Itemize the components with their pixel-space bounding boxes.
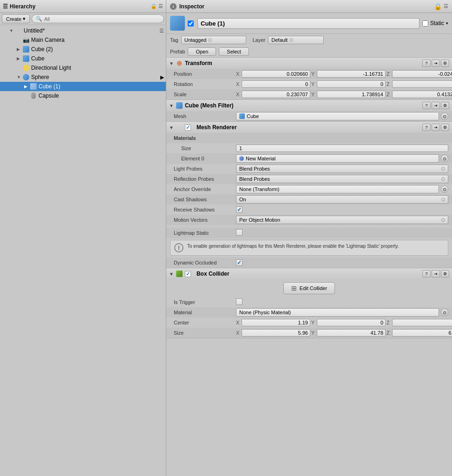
motion-vectors-select[interactable]: Per Object Motion ⬡ [236, 216, 448, 224]
edit-collider-button[interactable]: ⊞ Edit Collider [283, 282, 335, 294]
hierarchy-item-cube[interactable]: ▶ Cube [0, 54, 166, 63]
lock-icon[interactable]: 🔒 [434, 3, 442, 10]
mesh-filter-header[interactable]: ▼ Cube (Mesh Filter) ? ⇥ ⚙ [166, 100, 452, 111]
light-probes-select[interactable]: Blend Probes ⬡ [236, 165, 448, 173]
coll-size-z-input[interactable] [392, 329, 452, 337]
collider-material-obj-field[interactable]: None (Physic Material) [236, 308, 439, 317]
cast-shadows-select[interactable]: On ⬡ [236, 195, 448, 204]
element0-label: Element 0 [174, 156, 234, 161]
search-icon: 🔍 [36, 16, 42, 22]
mesh-renderer-enabled-checkbox[interactable] [185, 125, 191, 131]
mesh-value-field: Cube [236, 112, 439, 120]
hierarchy-item-capsule[interactable]: Capsule [0, 91, 166, 100]
mesh-renderer-header[interactable]: ▼ Mesh Renderer ? ⇥ ⚙ [166, 122, 452, 133]
motion-vectors-row: Motion Vectors Per Object Motion ⬡ [166, 215, 452, 225]
hierarchy-item-main-camera[interactable]: 📷 Main Camera [0, 35, 166, 45]
scale-z-input[interactable] [392, 91, 452, 98]
element0-select-btn[interactable]: ⊙ [441, 155, 448, 162]
cube1-arrow: ▶ [24, 84, 30, 89]
pos-x-input[interactable] [242, 70, 310, 78]
collider-material-select-btn[interactable]: ⊙ [441, 309, 448, 316]
dynamic-occluded-checkbox[interactable] [236, 259, 242, 266]
mesh-filter-help-btn[interactable]: ? [422, 102, 431, 109]
rot-z-input[interactable] [392, 80, 452, 88]
box-collider-enabled-checkbox[interactable] [185, 271, 191, 277]
reflection-probes-field: Blend Probes ⬡ [236, 175, 448, 183]
lock-icon: 🔒 [151, 3, 157, 9]
transform-gear-btn[interactable]: ⚙ [441, 60, 449, 67]
camera-icon: 📷 [22, 36, 30, 44]
mesh-renderer-gear-btn[interactable]: ⚙ [441, 124, 449, 131]
hierarchy-item-directional-light[interactable]: Directional Light [0, 63, 166, 73]
mesh-filter-settings-btn[interactable]: ⇥ [432, 102, 440, 109]
center-x-input[interactable] [242, 319, 310, 326]
collider-material-label: Material [174, 310, 234, 315]
mesh-select-btn[interactable]: ⊙ [441, 112, 448, 120]
reflection-probes-select[interactable]: Blend Probes ⬡ [236, 175, 448, 183]
mesh-object-field[interactable]: Cube [236, 112, 439, 120]
prefab-open-button[interactable]: Open [188, 47, 216, 56]
anchor-select-btn[interactable]: ⊙ [441, 185, 448, 193]
materials-size-input[interactable] [236, 145, 448, 152]
mesh-filter-gear-btn[interactable]: ⚙ [441, 102, 449, 109]
capsule-icon [30, 92, 37, 99]
box-collider-btn-group: ? ⇥ ⚙ [422, 270, 449, 278]
scale-y-label: Y [311, 92, 316, 97]
box-collider-header[interactable]: ▼ Box Collider ? ⇥ ⚙ [166, 268, 452, 279]
transform-settings-btn[interactable]: ⇥ [432, 60, 440, 67]
hierarchy-item-cube2[interactable]: ▶ Cube (2) [0, 45, 166, 54]
mesh-renderer-help-btn[interactable]: ? [422, 124, 431, 131]
box-collider-section: ▼ Box Collider ? ⇥ ⚙ ⊞ Edit Collider [166, 268, 452, 338]
edit-collider-icon: ⊞ [291, 284, 297, 292]
transform-icon-shape: ⊕ [177, 60, 182, 67]
hierarchy-item-sphere[interactable]: ▼ Sphere ▶ [0, 73, 166, 82]
menu-icon: ☰ [158, 3, 163, 9]
lightmap-static-row: Lightmap Static [166, 228, 452, 238]
coll-size-x-input[interactable] [242, 329, 310, 337]
receive-shadows-checkbox[interactable] [236, 206, 242, 213]
box-collider-settings-btn[interactable]: ⇥ [432, 270, 440, 278]
rot-y-input[interactable] [317, 80, 386, 88]
reflection-probes-value: Blend Probes [239, 176, 270, 182]
cube-label: Cube [31, 55, 45, 62]
sphere-arrow: ▼ [17, 75, 22, 79]
pos-z-input[interactable] [392, 70, 452, 78]
mesh-renderer-settings-btn[interactable]: ⇥ [432, 124, 440, 131]
inspector-header: i Inspector 🔒 ☰ [166, 0, 452, 13]
object-name-input[interactable] [197, 18, 419, 29]
mesh-value-label: Cube [247, 113, 259, 119]
create-button[interactable]: Create ▾ [2, 14, 30, 23]
search-box[interactable]: 🔍 All [32, 14, 164, 23]
cube2-arrow: ▶ [17, 47, 22, 52]
static-checkbox[interactable] [422, 20, 428, 26]
transform-help-btn[interactable]: ? [422, 60, 431, 67]
center-y-input[interactable] [317, 319, 386, 326]
sphere-expand-arrow: ▶ [160, 74, 164, 80]
prefab-select-button[interactable]: Select [219, 47, 249, 56]
cube-icon [22, 55, 30, 62]
rot-x-input[interactable] [242, 80, 310, 88]
hierarchy-item-cube1[interactable]: ▶ Cube (1) [0, 82, 166, 91]
transform-header[interactable]: ▼ ⊕ Transform ? ⇥ ⚙ [166, 58, 452, 69]
position-xyz: X Y Z [236, 70, 452, 78]
scene-root-item[interactable]: ▼ Untitled* ☰ [0, 26, 166, 35]
collider-size-xyz: X Y Z [236, 329, 452, 337]
lightmap-static-checkbox[interactable] [236, 229, 242, 236]
tag-label: Tag [170, 37, 178, 43]
is-trigger-checkbox[interactable] [236, 298, 242, 305]
object-enabled-checkbox[interactable] [188, 20, 194, 26]
static-dropdown-arrow[interactable]: ▾ [446, 21, 448, 26]
scale-y-input[interactable] [317, 91, 386, 98]
pos-y-input[interactable] [317, 70, 386, 78]
center-z-input[interactable] [392, 319, 452, 326]
static-label: Static [430, 20, 444, 26]
element0-field[interactable]: New Material [236, 154, 439, 163]
layer-dropdown[interactable]: Default ⬡ [268, 36, 324, 44]
box-collider-help-btn[interactable]: ? [422, 270, 431, 278]
box-collider-gear-btn[interactable]: ⚙ [441, 270, 449, 278]
scale-x-input[interactable] [242, 91, 310, 98]
anchor-override-obj-field[interactable]: None (Transform) [236, 185, 439, 193]
tag-dropdown[interactable]: Untagged ⬡ [181, 36, 246, 44]
coll-size-y-input[interactable] [317, 329, 386, 337]
prefab-row: Prefab Open Select [166, 46, 452, 58]
